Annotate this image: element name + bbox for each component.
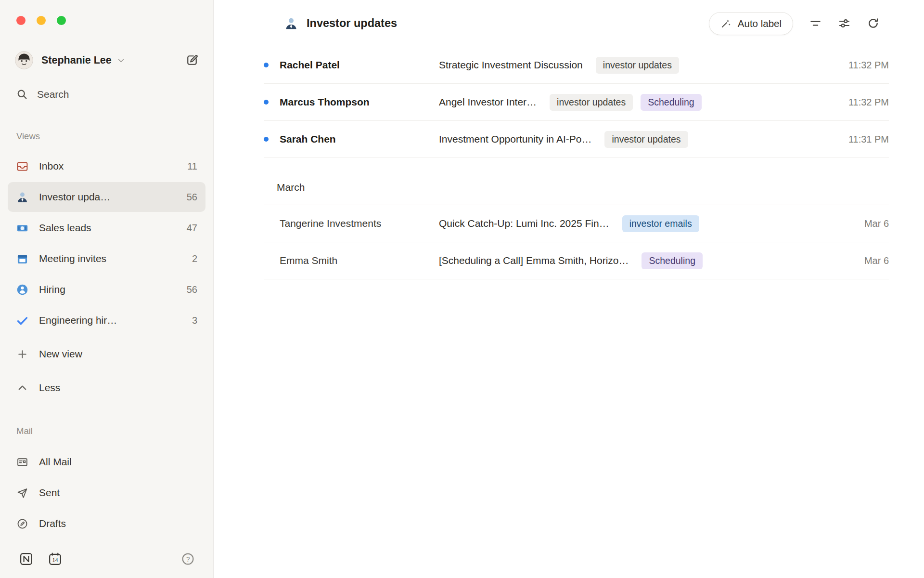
less-button[interactable]: Less bbox=[8, 373, 205, 403]
email-tags: investor emails bbox=[622, 215, 699, 232]
email-time: Mar 6 bbox=[853, 255, 889, 266]
email-sender: Emma Smith bbox=[280, 255, 439, 266]
avatar[interactable] bbox=[15, 51, 33, 69]
sidebar-item-engineering-hir[interactable]: Engineering hir… 3 bbox=[8, 305, 205, 335]
chevron-down-icon[interactable] bbox=[116, 56, 126, 65]
sidebar-item-count: 56 bbox=[181, 284, 197, 295]
email-time: 11:32 PM bbox=[837, 97, 889, 108]
refresh-icon[interactable] bbox=[867, 17, 880, 30]
calendar-icon[interactable]: 14 bbox=[48, 552, 63, 566]
sidebar-item-count: 47 bbox=[181, 223, 197, 234]
compose-button[interactable] bbox=[185, 53, 199, 67]
less-label: Less bbox=[39, 382, 197, 394]
svg-text:?: ? bbox=[186, 555, 190, 563]
email-tag[interactable]: Scheduling bbox=[641, 94, 702, 111]
email-subject: Investment Opportunity in AI-Po… bbox=[439, 133, 591, 145]
email-tag[interactable]: investor updates bbox=[596, 57, 679, 74]
sidebar-item-investor-upda[interactable]: Investor upda… 56 bbox=[8, 182, 205, 212]
help-button[interactable]: ? bbox=[181, 552, 195, 566]
account-switcher: Stephanie Lee bbox=[15, 51, 199, 69]
sidebar-footer: 14 ? bbox=[0, 552, 213, 578]
notion-icon[interactable] bbox=[19, 552, 34, 566]
traffic-lights bbox=[0, 0, 213, 25]
sidebar: Stephanie Lee Search Views Inbox 11 Inve… bbox=[0, 0, 214, 578]
mail-list: All Mail Sent Drafts bbox=[0, 447, 213, 539]
auto-label-text: Auto label bbox=[738, 18, 782, 29]
email-row[interactable]: Tangerine Investments Quick Catch-Up: Lu… bbox=[264, 205, 889, 242]
zoom-window-button[interactable] bbox=[57, 16, 66, 25]
views-list: Inbox 11 Investor upda… 56 Sales leads 4… bbox=[0, 151, 213, 336]
mail-section-label: Mail bbox=[16, 426, 213, 436]
email-group-heading-label: March bbox=[277, 182, 305, 193]
sidebar-item-hiring[interactable]: Hiring 56 bbox=[8, 275, 205, 304]
email-row[interactable]: Sarah Chen Investment Opportunity in AI-… bbox=[264, 121, 889, 158]
email-tag[interactable]: investor updates bbox=[604, 131, 688, 148]
close-window-button[interactable] bbox=[16, 16, 26, 25]
auto-label-button[interactable]: Auto label bbox=[709, 12, 793, 35]
sidebar-item-count: 56 bbox=[181, 192, 197, 203]
sidebar-item-label: Sales leads bbox=[39, 222, 181, 234]
unread-dot bbox=[264, 137, 269, 142]
new-view-button[interactable]: New view bbox=[8, 339, 205, 369]
sales-icon bbox=[16, 222, 29, 235]
display-settings-icon[interactable] bbox=[838, 17, 851, 30]
svg-text:14: 14 bbox=[52, 557, 58, 563]
account-name[interactable]: Stephanie Lee bbox=[41, 54, 112, 66]
sidebar-item-label: Drafts bbox=[39, 518, 197, 529]
email-list: Rachel Patel Strategic Investment Discus… bbox=[214, 47, 924, 578]
filter-icon[interactable] bbox=[809, 17, 822, 30]
email-sender: Rachel Patel bbox=[280, 59, 439, 71]
drafts-icon bbox=[16, 517, 29, 530]
email-subject: Angel Investor Inter… bbox=[439, 96, 537, 108]
sidebar-item-drafts[interactable]: Drafts bbox=[8, 509, 205, 539]
email-time: 11:32 PM bbox=[837, 60, 889, 71]
check-icon bbox=[16, 314, 29, 327]
email-tags: investor updates bbox=[596, 57, 679, 74]
sidebar-item-sent[interactable]: Sent bbox=[8, 478, 205, 508]
email-tag[interactable]: investor updates bbox=[550, 94, 633, 111]
sidebar-item-label: Meeting invites bbox=[39, 253, 186, 264]
sidebar-item-inbox[interactable]: Inbox 11 bbox=[8, 151, 205, 181]
sidebar-item-label: Engineering hir… bbox=[39, 315, 186, 326]
minimize-window-button[interactable] bbox=[37, 16, 46, 25]
chevron-up-icon bbox=[16, 381, 29, 394]
new-view-label: New view bbox=[39, 348, 197, 360]
sidebar-item-label: Investor upda… bbox=[39, 191, 181, 203]
email-tag[interactable]: Scheduling bbox=[642, 252, 703, 269]
search-button[interactable]: Search bbox=[16, 88, 199, 100]
sidebar-item-count: 2 bbox=[186, 253, 197, 264]
inbox-icon bbox=[16, 160, 29, 173]
all-mail-icon bbox=[16, 456, 29, 469]
investor-updates-icon bbox=[284, 16, 298, 31]
email-tags: Scheduling bbox=[642, 252, 703, 269]
email-subject: [Scheduling a Call] Emma Smith, Horizo… bbox=[439, 255, 629, 266]
auto-label-icon bbox=[720, 18, 732, 29]
unread-dot bbox=[264, 100, 269, 105]
sidebar-item-sales-leads[interactable]: Sales leads 47 bbox=[8, 213, 205, 243]
plus-icon bbox=[16, 348, 29, 361]
sidebar-item-label: Hiring bbox=[39, 284, 181, 295]
search-label: Search bbox=[37, 89, 69, 100]
sidebar-item-all-mail[interactable]: All Mail bbox=[8, 447, 205, 477]
app-window: Stephanie Lee Search Views Inbox 11 Inve… bbox=[0, 0, 924, 578]
email-row[interactable]: Marcus Thompson Angel Investor Inter… in… bbox=[264, 84, 889, 121]
sidebar-item-label: Inbox bbox=[39, 160, 181, 172]
hiring-icon bbox=[16, 283, 29, 296]
meeting-icon bbox=[16, 252, 29, 265]
email-row[interactable]: Emma Smith [Scheduling a Call] Emma Smit… bbox=[264, 242, 889, 279]
email-time: Mar 6 bbox=[853, 218, 889, 229]
main-header: Investor updates Auto label bbox=[214, 0, 924, 47]
sidebar-item-meeting-invites[interactable]: Meeting invites 2 bbox=[8, 244, 205, 274]
email-tag[interactable]: investor emails bbox=[622, 215, 699, 232]
email-sender: Sarah Chen bbox=[280, 133, 439, 145]
main-panel: Investor updates Auto label Rachel Patel… bbox=[214, 0, 924, 578]
email-group-heading: March bbox=[264, 158, 889, 205]
sidebar-item-label: All Mail bbox=[39, 456, 197, 468]
email-tags: investor updatesScheduling bbox=[550, 94, 702, 111]
investor-icon bbox=[16, 191, 29, 204]
sent-icon bbox=[16, 486, 29, 499]
email-time: 11:31 PM bbox=[837, 134, 889, 145]
email-row[interactable]: Rachel Patel Strategic Investment Discus… bbox=[264, 47, 889, 84]
sidebar-item-count: 11 bbox=[181, 161, 197, 172]
sidebar-item-count: 3 bbox=[186, 315, 197, 326]
